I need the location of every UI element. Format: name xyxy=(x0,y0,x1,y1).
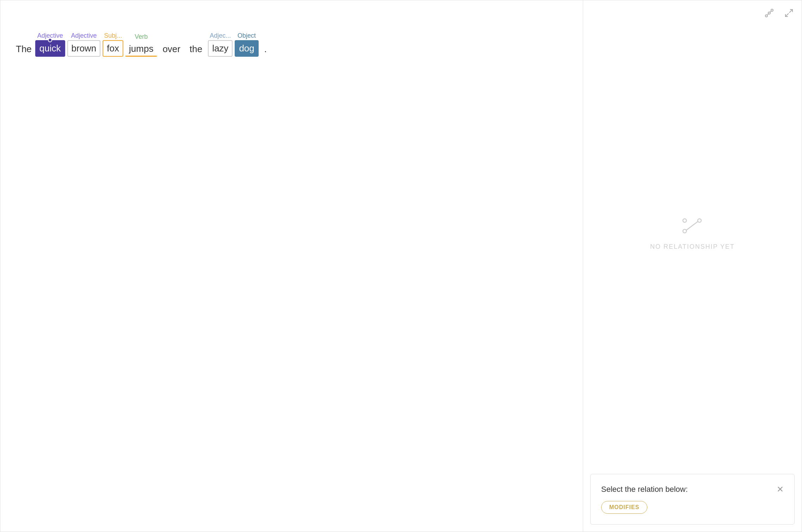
no-relationship-text: NO RELATIONSHIP YET xyxy=(650,243,735,250)
svg-line-4 xyxy=(770,11,771,12)
svg-point-8 xyxy=(698,219,701,222)
word-token-fox[interactable]: fox xyxy=(103,40,123,57)
left-panel: The Adjective quick Adjective brown Subj… xyxy=(0,0,583,532)
relation-selector-panel: Select the relation below: ✕ MODIFIES xyxy=(590,474,795,525)
svg-line-10 xyxy=(686,222,698,230)
word-wrapper-dog: Object dog xyxy=(235,32,258,57)
word-token-lazy[interactable]: lazy xyxy=(208,40,233,57)
relation-close-button[interactable]: ✕ xyxy=(777,485,784,494)
toolbar-icons xyxy=(763,7,795,20)
word-wrapper-quick: Adjective quick xyxy=(35,32,65,57)
right-panel: NO RELATIONSHIP YET Select the relation … xyxy=(583,0,802,532)
word-wrapper-over: over xyxy=(159,41,184,57)
word-token-jumps[interactable]: jumps xyxy=(125,41,157,57)
pin-dot-quick xyxy=(48,38,52,42)
word-label-brown: Adjective xyxy=(71,32,97,39)
expand-icon-button[interactable] xyxy=(783,7,795,20)
word-label-fox: Subj... xyxy=(104,32,122,39)
word-token-the2[interactable]: the xyxy=(186,42,206,57)
svg-line-6 xyxy=(785,13,789,17)
word-token-over[interactable]: over xyxy=(159,42,184,57)
word-wrapper-fox: Subj... fox xyxy=(103,32,123,57)
word-token-the[interactable]: The xyxy=(14,42,33,57)
svg-point-9 xyxy=(683,219,686,222)
word-token-brown[interactable]: brown xyxy=(67,40,101,57)
modifies-relation-button[interactable]: MODIFIES xyxy=(601,501,647,514)
svg-line-5 xyxy=(789,10,792,13)
word-wrapper-jumps: Verb jumps xyxy=(125,33,157,57)
graph-icon-button[interactable] xyxy=(763,7,776,20)
word-label-dog: Object xyxy=(237,32,256,39)
svg-point-1 xyxy=(771,9,773,11)
word-label-jumps: Verb xyxy=(135,33,148,41)
right-empty-state: NO RELATIONSHIP YET xyxy=(583,0,802,467)
word-label-lazy: Adjec... xyxy=(210,32,231,39)
word-wrapper-brown: Adjective brown xyxy=(67,32,101,57)
word-token-quick[interactable]: quick xyxy=(35,40,65,57)
main-container: The Adjective quick Adjective brown Subj… xyxy=(0,0,802,532)
relation-selector-header: Select the relation below: ✕ xyxy=(601,485,784,494)
sentence-area: The Adjective quick Adjective brown Subj… xyxy=(14,21,569,57)
word-wrapper-lazy: Adjec... lazy xyxy=(208,32,233,57)
word-wrapper-the: The xyxy=(14,41,33,57)
svg-line-3 xyxy=(767,14,769,15)
relation-options: MODIFIES xyxy=(601,501,784,514)
word-wrapper-the2: the xyxy=(186,41,206,57)
word-wrapper-period: . xyxy=(261,41,270,57)
relation-selector-title: Select the relation below: xyxy=(601,485,688,494)
svg-point-7 xyxy=(683,229,686,233)
svg-point-0 xyxy=(765,15,767,17)
no-relationship-icon xyxy=(682,217,703,236)
word-token-period: . xyxy=(261,42,270,57)
word-token-dog[interactable]: dog xyxy=(235,40,258,57)
